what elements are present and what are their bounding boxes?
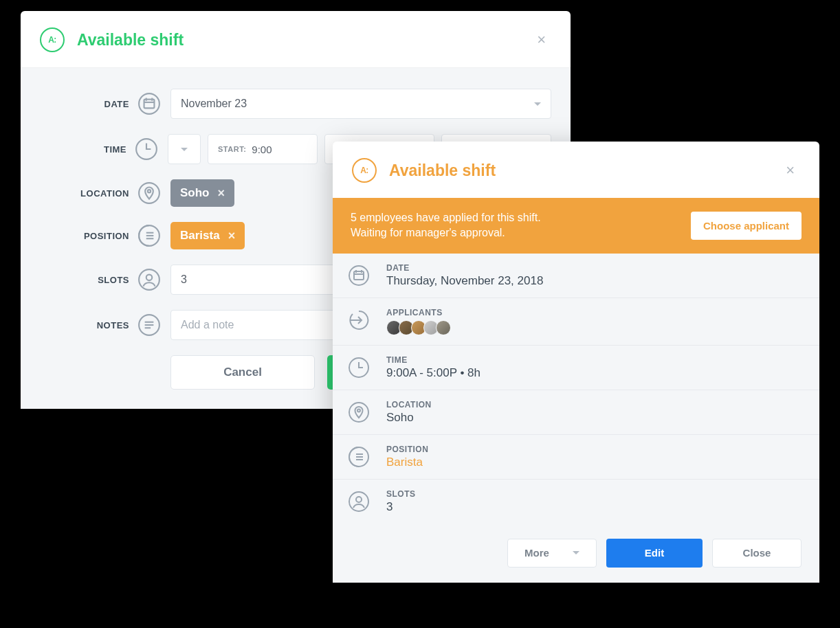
date-value: November 23 — [181, 98, 247, 110]
slots-value: 3 — [386, 500, 416, 514]
chip-remove-icon[interactable]: × — [218, 186, 225, 201]
info-list: DATE Thursday, November 23, 2018 APPLICA… — [333, 254, 819, 583]
info-row-slots: SLOTS 3 — [333, 480, 819, 524]
more-label: More — [524, 547, 549, 559]
shift-detail-modal: A: Available shift × 5 employees have ap… — [333, 142, 819, 583]
edit-modal-header: A: Available shift × — [21, 11, 571, 68]
location-chip[interactable]: Soho × — [170, 179, 234, 207]
slots-value: 3 — [181, 273, 187, 286]
detail-modal-title: Available shift — [389, 161, 496, 180]
app-logo-icon: A: — [352, 158, 377, 183]
slots-label: SLOTS — [386, 489, 416, 499]
time-value: 9:00A - 5:00P • 8h — [386, 366, 480, 380]
location-label: LOCATION — [40, 188, 129, 199]
position-icon — [137, 224, 161, 247]
info-row-location: LOCATION Soho — [333, 390, 819, 435]
more-button[interactable]: More — [507, 539, 597, 568]
svg-point-13 — [146, 275, 153, 281]
position-label: POSITION — [40, 231, 129, 241]
notes-label: NOTES — [40, 320, 129, 330]
notes-icon — [137, 313, 161, 337]
slots-label: SLOTS — [40, 275, 129, 285]
location-value: Soho — [386, 411, 432, 425]
calendar-icon — [348, 265, 370, 287]
info-row-applicants: APPLICANTS — [333, 298, 819, 346]
choose-applicant-button[interactable]: Choose applicant — [691, 212, 802, 240]
close-button[interactable]: Close — [712, 539, 802, 568]
start-label: START: — [218, 145, 246, 153]
position-label: POSITION — [386, 445, 428, 454]
applicants-label: APPLICANTS — [386, 308, 451, 317]
banner-text: 5 employees have applied for this shift.… — [351, 210, 541, 241]
close-icon[interactable]: × — [531, 28, 551, 52]
approval-banner: 5 employees have applied for this shift.… — [333, 198, 819, 254]
close-icon[interactable]: × — [780, 159, 800, 182]
info-row-date: DATE Thursday, November 23, 2018 — [333, 254, 819, 298]
position-value: Barista — [386, 456, 428, 469]
date-label: DATE — [40, 99, 129, 109]
svg-point-18 — [349, 266, 368, 285]
person-icon — [348, 491, 370, 513]
start-value: 9:00 — [252, 144, 272, 155]
edit-modal-title: Available shift — [77, 31, 184, 49]
detail-modal-header: A: Available shift × — [333, 142, 819, 198]
info-row-time: TIME 9:00A - 5:00P • 8h — [333, 346, 819, 390]
start-time-input[interactable]: START: 9:00 — [208, 134, 318, 164]
location-label: LOCATION — [386, 400, 432, 410]
time-preset-select[interactable] — [168, 134, 201, 164]
chevron-down-icon — [181, 148, 188, 151]
date-value: Thursday, November 23, 2018 — [386, 274, 543, 288]
person-icon — [137, 268, 161, 291]
chip-remove-icon[interactable]: × — [228, 229, 236, 243]
clock-icon — [135, 137, 158, 161]
chevron-down-icon — [534, 102, 541, 106]
svg-point-32 — [356, 497, 362, 502]
clock-icon — [348, 357, 370, 379]
app-logo-icon: A: — [40, 27, 65, 52]
info-row-position: POSITION Barista — [333, 435, 819, 480]
date-label: DATE — [386, 263, 543, 273]
time-label: TIME — [386, 355, 480, 365]
date-row: DATE November 23 — [40, 89, 551, 119]
svg-point-0 — [139, 93, 159, 114]
position-chip-text: Barista — [180, 229, 220, 243]
edit-button[interactable]: Edit — [606, 539, 703, 568]
time-label: TIME — [40, 144, 126, 155]
svg-point-7 — [148, 190, 151, 192]
arrow-in-icon — [348, 309, 370, 331]
position-icon — [348, 446, 370, 468]
avatar[interactable] — [436, 320, 451, 335]
location-chip-text: Soho — [180, 186, 210, 200]
chevron-down-icon — [573, 551, 579, 554]
location-pin-icon — [348, 401, 370, 423]
banner-line1: 5 employees have applied for this shift. — [351, 210, 541, 225]
banner-line2: Waiting for manager's approval. — [351, 225, 541, 240]
calendar-icon — [137, 92, 161, 115]
cancel-button[interactable]: Cancel — [170, 355, 315, 390]
svg-point-26 — [357, 409, 360, 412]
date-select[interactable]: November 23 — [170, 89, 551, 119]
applicant-avatars[interactable] — [386, 320, 451, 335]
position-chip[interactable]: Barista × — [170, 222, 245, 249]
notes-placeholder: Add a note — [181, 319, 234, 331]
detail-modal-footer: More Edit Close — [333, 524, 819, 583]
location-pin-icon — [137, 181, 161, 205]
